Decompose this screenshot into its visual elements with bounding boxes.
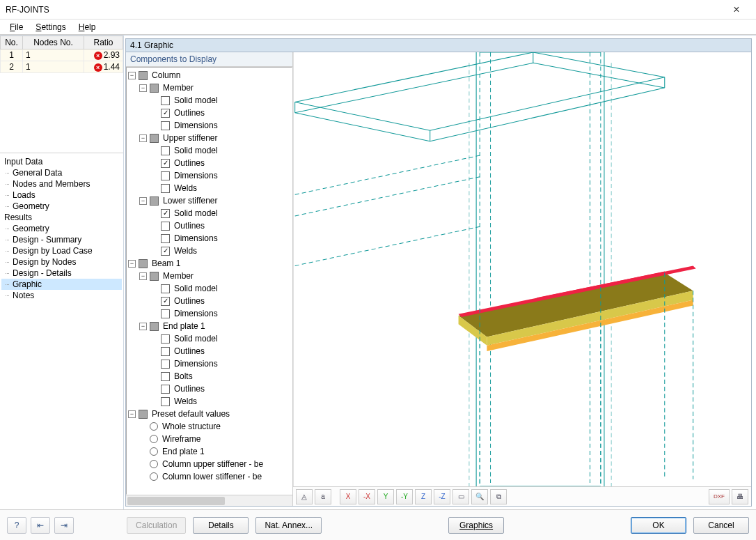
checkbox-end-plate1[interactable]	[150, 322, 159, 331]
table-row[interactable]: 1 1 ×2.93	[1, 49, 123, 61]
nav-results[interactable]: Results	[1, 212, 122, 223]
nat-annex-button[interactable]: Nat. Annex...	[255, 517, 322, 534]
calculation-button[interactable]: Calculation	[127, 517, 186, 534]
checkbox-b1-dim[interactable]	[161, 309, 170, 318]
checkbox-us-solid[interactable]	[161, 146, 170, 155]
collapse-icon[interactable]: −	[139, 134, 147, 142]
radio-col-upper-stiff[interactable]	[150, 460, 158, 468]
collapse-icon[interactable]: −	[139, 272, 147, 280]
view-y-icon[interactable]: Y	[377, 489, 394, 504]
nodes-table[interactable]: No. Nodes No. Ratio 1 1 ×2.93 2 1 ×1.44	[0, 36, 123, 73]
checkbox-ep1-outlines[interactable]	[161, 347, 170, 356]
nav-input-data[interactable]: Input Data	[1, 156, 122, 167]
copy-icon[interactable]: ⧉	[490, 489, 507, 504]
view-x-icon[interactable]: X	[340, 489, 356, 504]
radio-whole-structure[interactable]	[150, 422, 158, 431]
collapse-icon[interactable]: −	[139, 197, 147, 205]
panel-title: 4.1 Graphic	[125, 38, 752, 52]
nav-design-loadcase[interactable]: Design by Load Case	[1, 245, 122, 256]
help-icon[interactable]: ?	[7, 517, 26, 534]
checkbox-member[interactable]	[150, 84, 159, 93]
print-icon[interactable]: 🖶	[732, 489, 748, 504]
checkbox-ep1-bolts[interactable]	[161, 372, 170, 381]
title-bar: RF-JOINTS ×	[0, 0, 756, 20]
checkbox-us-outlines[interactable]	[161, 159, 170, 168]
cancel-button[interactable]: Cancel	[693, 517, 749, 534]
nav-design-details[interactable]: Design - Details	[1, 268, 122, 279]
view-neg-y-icon[interactable]: -Y	[396, 489, 413, 504]
collapse-icon[interactable]: −	[139, 323, 147, 330]
horizontal-scrollbar[interactable]	[126, 495, 292, 506]
nav-design-nodes[interactable]: Design by Nodes	[1, 256, 122, 268]
checkbox-upper-stiffener[interactable]	[150, 134, 159, 143]
checkbox-us-dim[interactable]	[161, 171, 170, 180]
collapse-icon[interactable]: −	[128, 72, 136, 79]
checkbox-ep1-welds[interactable]	[161, 397, 170, 406]
menu-file[interactable]: File	[4, 21, 29, 33]
error-icon: ×	[94, 52, 102, 60]
checkbox-us-welds[interactable]	[161, 184, 170, 193]
navigator-tree[interactable]: Input Data General Data Nodes and Member…	[0, 153, 123, 509]
checkbox-lower-stiffener[interactable]	[150, 196, 159, 206]
nav-nodes-members[interactable]: Nodes and Members	[1, 178, 122, 190]
checkbox-b1-outlines[interactable]	[161, 297, 170, 306]
checkbox-column[interactable]	[139, 71, 148, 80]
checkbox-ls-solid[interactable]	[161, 209, 170, 218]
radio-end-plate1[interactable]	[150, 447, 158, 456]
checkbox-ls-dim[interactable]	[161, 234, 170, 243]
table-row[interactable]: 2 1 ×1.44	[1, 61, 123, 73]
collapse-icon[interactable]: −	[128, 260, 136, 268]
checkbox-b1-solid[interactable]	[161, 284, 170, 293]
next-panel-icon[interactable]: ⇥	[54, 517, 74, 534]
col-nodes[interactable]: Nodes No.	[23, 36, 84, 49]
view-z-icon[interactable]: Z	[415, 489, 432, 504]
text-view-icon[interactable]: a	[315, 489, 331, 504]
menu-settings[interactable]: Settings	[30, 21, 71, 33]
nav-graphic[interactable]: Graphic	[1, 279, 122, 290]
bottom-bar: ? ⇤ ⇥ Calculation Details Nat. Annex... …	[0, 509, 756, 540]
nav-res-geometry[interactable]: Geometry	[1, 223, 122, 234]
bounding-box-icon[interactable]: ▭	[452, 489, 469, 504]
menu-bar: File Settings Help	[0, 20, 756, 35]
dxf-export-icon[interactable]: DXF	[709, 489, 730, 504]
close-icon[interactable]: ×	[723, 3, 750, 16]
collapse-icon[interactable]: −	[128, 410, 136, 418]
prev-panel-icon[interactable]: ⇤	[31, 517, 50, 534]
details-button[interactable]: Details	[193, 517, 249, 534]
checkbox-preset[interactable]	[139, 410, 148, 419]
view-neg-x-icon[interactable]: -X	[359, 489, 375, 504]
col-ratio[interactable]: Ratio	[84, 36, 123, 49]
nav-design-summary[interactable]: Design - Summary	[1, 234, 122, 245]
radio-col-lower-stiff[interactable]	[150, 472, 158, 481]
radio-wireframe[interactable]	[150, 435, 158, 443]
graphic-toolbar: ◬ a X -X Y -Y Z -Z ▭ 🔍 ⧉ DXF 🖶	[293, 486, 751, 506]
checkbox-solid-model[interactable]	[161, 96, 170, 105]
iso-view-icon[interactable]: ◬	[296, 489, 313, 504]
checkbox-b1-member[interactable]	[150, 272, 159, 281]
checkbox-ep1-outlines2[interactable]	[161, 385, 170, 394]
checkbox-dimensions[interactable]	[161, 121, 170, 130]
view-neg-z-icon[interactable]: -Z	[434, 489, 450, 504]
components-panel: Components to Display −Column −Member So…	[126, 52, 293, 506]
collapse-icon[interactable]: −	[139, 84, 147, 92]
window-title: RF-JOINTS	[6, 5, 723, 15]
right-pane: 4.1 Graphic Components to Display −Colum…	[124, 36, 756, 509]
joint-render-icon	[294, 52, 751, 486]
menu-help[interactable]: Help	[73, 21, 102, 33]
col-no[interactable]: No.	[1, 36, 23, 49]
nav-notes[interactable]: Notes	[1, 290, 122, 301]
nav-loads[interactable]: Loads	[1, 190, 122, 201]
components-tree[interactable]: −Column −Member Solid model Outlines Dim…	[126, 67, 292, 495]
checkbox-ep1-dim[interactable]	[161, 360, 170, 369]
graphics-button[interactable]: Graphics	[448, 517, 504, 534]
graphic-viewport[interactable]	[293, 52, 751, 486]
nav-general-data[interactable]: General Data	[1, 167, 122, 178]
nav-geometry[interactable]: Geometry	[1, 201, 122, 212]
ok-button[interactable]: OK	[631, 517, 686, 534]
checkbox-ls-welds[interactable]	[161, 247, 170, 256]
checkbox-ep1-solid[interactable]	[161, 334, 170, 344]
checkbox-beam1[interactable]	[139, 259, 148, 268]
zoom-icon[interactable]: 🔍	[471, 489, 488, 504]
checkbox-ls-outlines[interactable]	[161, 222, 170, 231]
checkbox-outlines[interactable]	[161, 109, 170, 118]
